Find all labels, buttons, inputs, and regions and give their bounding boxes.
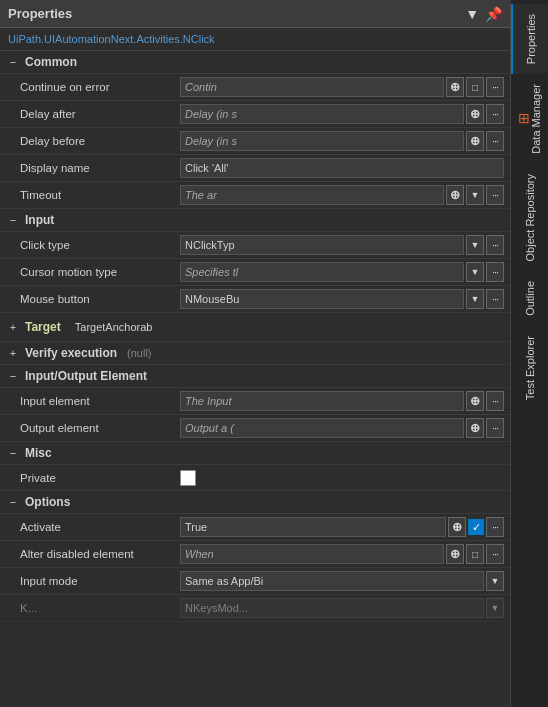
section-options-toggle[interactable]: − bbox=[6, 496, 20, 508]
prop-input-mode-label: Input mode bbox=[20, 575, 180, 587]
prop-mouse-button-dropdown-btn[interactable]: ▼ bbox=[466, 289, 484, 309]
section-verify-header[interactable]: + Verify execution (null) bbox=[0, 342, 510, 365]
prop-click-type-value[interactable]: NClickTyp‌ bbox=[180, 235, 464, 255]
prop-delay-before-dots-btn[interactable]: ··· bbox=[486, 131, 504, 151]
section-verify-label: Verify execution bbox=[25, 346, 117, 360]
sidebar-tab-data-manager-label: Data Manager bbox=[530, 84, 542, 154]
prop-continue-on-error: Continue on error Contin ⊕ □ ··· bbox=[0, 74, 510, 101]
prop-alter-disabled-plus-btn[interactable]: ⊕ bbox=[446, 544, 464, 564]
data-manager-icon: ⊞ bbox=[518, 110, 530, 126]
title-bar-left: Properties bbox=[8, 6, 72, 21]
title-icons: ▼ 📌 bbox=[465, 6, 502, 22]
prop-activate-checkbox[interactable]: ✓ bbox=[468, 519, 484, 535]
section-verify-toggle[interactable]: + bbox=[6, 347, 20, 359]
prop-private-controls bbox=[180, 470, 504, 486]
section-io-element-label: Input/Output Element bbox=[25, 369, 147, 383]
prop-delay-after-plus-btn[interactable]: ⊕ bbox=[466, 104, 484, 124]
prop-private: Private bbox=[0, 465, 510, 491]
prop-output-element: Output element Output a ( ⊕ ··· bbox=[0, 415, 510, 442]
prop-timeout-dots-btn[interactable]: ··· bbox=[486, 185, 504, 205]
section-target-label: Target bbox=[25, 320, 61, 334]
sidebar-tab-object-repo[interactable]: Object Repository bbox=[511, 164, 549, 271]
prop-keymodifiers-value[interactable]: NKeysMod... bbox=[180, 598, 484, 618]
prop-delay-after-value[interactable]: Delay (in s bbox=[180, 104, 464, 124]
section-options-header[interactable]: − Options bbox=[0, 491, 510, 514]
section-input-label: Input bbox=[25, 213, 54, 227]
prop-delay-after-dots-btn[interactable]: ··· bbox=[486, 104, 504, 124]
sidebar-tab-properties-label: Properties bbox=[525, 14, 537, 64]
prop-click-type-dots-btn[interactable]: ··· bbox=[486, 235, 504, 255]
prop-alter-disabled-square-btn[interactable]: □ bbox=[466, 544, 484, 564]
prop-click-type-label: Click type bbox=[20, 239, 180, 251]
prop-cursor-motion-type-value[interactable]: Specifies tl bbox=[180, 262, 464, 282]
section-target-toggle[interactable]: + bbox=[6, 321, 20, 333]
sidebar-tabs: Properties ⊞ Data Manager Object Reposit… bbox=[510, 0, 548, 707]
prop-cursor-motion-type-dropdown-btn[interactable]: ▼ bbox=[466, 262, 484, 282]
section-input-toggle[interactable]: − bbox=[6, 214, 20, 226]
prop-mouse-button: Mouse button NMouseBu ▼ ··· bbox=[0, 286, 510, 313]
prop-output-element-value[interactable]: Output a ( bbox=[180, 418, 464, 438]
subtitle-bar: UiPath.UIAutomationNext.Activities.NClic… bbox=[0, 28, 510, 51]
prop-keymodifiers-dropdown-btn[interactable]: ▼ bbox=[486, 598, 504, 618]
prop-activate-value[interactable]: True bbox=[180, 517, 446, 537]
sidebar-tab-data-manager[interactable]: ⊞ Data Manager bbox=[511, 74, 549, 164]
section-common-header[interactable]: − Common bbox=[0, 51, 510, 74]
prop-input-mode: Input mode Same as App/Bi ▼ bbox=[0, 568, 510, 595]
section-common-label: Common bbox=[25, 55, 77, 69]
panel-title: Properties bbox=[8, 6, 72, 21]
section-common-toggle[interactable]: − bbox=[6, 56, 20, 68]
prop-input-mode-dropdown-btn[interactable]: ▼ bbox=[486, 571, 504, 591]
prop-delay-before-value[interactable]: Delay (in s bbox=[180, 131, 464, 151]
prop-cursor-motion-type-dots-btn[interactable]: ··· bbox=[486, 262, 504, 282]
sidebar-tab-outline[interactable]: Outline bbox=[511, 271, 549, 326]
prop-activate-plus-btn[interactable]: ⊕ bbox=[448, 517, 466, 537]
section-io-element-toggle[interactable]: − bbox=[6, 370, 20, 382]
prop-input-element-value[interactable]: The Input bbox=[180, 391, 464, 411]
section-misc-toggle[interactable]: − bbox=[6, 447, 20, 459]
prop-continue-on-error-value[interactable]: Contin bbox=[180, 77, 444, 97]
sidebar-tab-properties[interactable]: Properties bbox=[511, 4, 549, 74]
sidebar-tab-test-explorer[interactable]: Test Explorer bbox=[511, 326, 549, 410]
section-input-header[interactable]: − Input bbox=[0, 209, 510, 232]
section-io-element-header[interactable]: − Input/Output Element bbox=[0, 365, 510, 388]
prop-activate-dots-btn[interactable]: ··· bbox=[486, 517, 504, 537]
prop-mouse-button-controls: NMouseBu ▼ ··· bbox=[180, 289, 504, 309]
prop-activate-controls: True ⊕ ✓ ··· bbox=[180, 517, 504, 537]
prop-continue-on-error-plus-btn[interactable]: ⊕ bbox=[446, 77, 464, 97]
prop-timeout-value[interactable]: The ar bbox=[180, 185, 444, 205]
prop-output-element-plus-btn[interactable]: ⊕ bbox=[466, 418, 484, 438]
prop-private-label: Private bbox=[20, 472, 180, 484]
prop-timeout-plus-btn[interactable]: ⊕ bbox=[446, 185, 464, 205]
prop-output-element-dots-btn[interactable]: ··· bbox=[486, 418, 504, 438]
section-misc-label: Misc bbox=[25, 446, 52, 460]
collapse-icon[interactable]: ▼ bbox=[465, 6, 479, 22]
prop-delay-before-label: Delay before bbox=[20, 135, 180, 147]
prop-input-mode-controls: Same as App/Bi ▼ bbox=[180, 571, 504, 591]
section-options-label: Options bbox=[25, 495, 70, 509]
prop-timeout: Timeout The ar ⊕ ▼ ··· bbox=[0, 182, 510, 209]
prop-private-checkbox[interactable] bbox=[180, 470, 196, 486]
prop-click-type-dropdown-btn[interactable]: ▼ bbox=[466, 235, 484, 255]
prop-cursor-motion-type-label: Cursor motion type bbox=[20, 266, 180, 278]
properties-panel: Properties ▼ 📌 UiPath.UIAutomationNext.A… bbox=[0, 0, 510, 707]
properties-content[interactable]: − Common Continue on error Contin ⊕ □ ··… bbox=[0, 51, 510, 707]
prop-mouse-button-dots-btn[interactable]: ··· bbox=[486, 289, 504, 309]
section-target-header[interactable]: + Target TargetAnchorab bbox=[0, 313, 510, 342]
pin-icon[interactable]: 📌 bbox=[485, 6, 502, 22]
prop-alter-disabled-value[interactable]: When bbox=[180, 544, 444, 564]
prop-output-element-label: Output element bbox=[20, 422, 180, 434]
prop-cursor-motion-type-controls: Specifies tl ▼ ··· bbox=[180, 262, 504, 282]
prop-continue-on-error-dots-btn[interactable]: ··· bbox=[486, 77, 504, 97]
prop-input-element-plus-btn[interactable]: ⊕ bbox=[466, 391, 484, 411]
prop-input-element-dots-btn[interactable]: ··· bbox=[486, 391, 504, 411]
prop-alter-disabled-dots-btn[interactable]: ··· bbox=[486, 544, 504, 564]
prop-mouse-button-value[interactable]: NMouseBu bbox=[180, 289, 464, 309]
prop-display-name-value[interactable]: Click 'All' bbox=[180, 158, 504, 178]
prop-timeout-dropdown-btn[interactable]: ▼ bbox=[466, 185, 484, 205]
prop-alter-disabled-label: Alter disabled element bbox=[20, 548, 180, 560]
prop-input-mode-value[interactable]: Same as App/Bi bbox=[180, 571, 484, 591]
section-misc-header[interactable]: − Misc bbox=[0, 442, 510, 465]
prop-alter-disabled-controls: When ⊕ □ ··· bbox=[180, 544, 504, 564]
prop-delay-before-plus-btn[interactable]: ⊕ bbox=[466, 131, 484, 151]
prop-continue-on-error-square-btn[interactable]: □ bbox=[466, 77, 484, 97]
